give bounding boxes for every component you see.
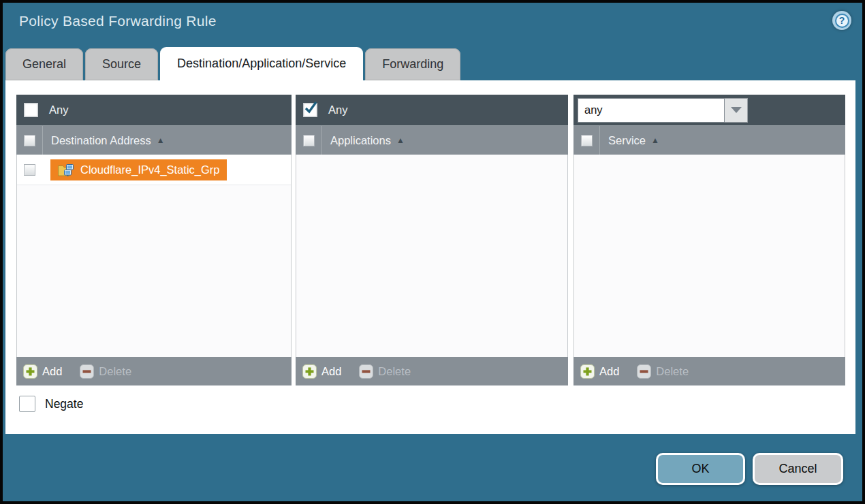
destination-footer: Add Delete [16, 357, 292, 385]
applications-delete-button[interactable]: Delete [359, 364, 411, 379]
tab-source[interactable]: Source [85, 48, 158, 80]
sort-ascending-icon[interactable]: ▲ [396, 136, 405, 145]
destination-header-row: Destination Address ▲ [16, 125, 292, 155]
negate-checkbox[interactable] [19, 396, 35, 412]
delete-minus-icon [637, 364, 651, 379]
destination-column-header: Destination Address [51, 134, 151, 147]
service-add-button[interactable]: Add [580, 364, 619, 379]
destination-any-bar: Any [16, 95, 292, 125]
service-select-all-checkbox[interactable] [581, 135, 593, 146]
service-dropdown-button[interactable] [725, 98, 748, 123]
add-plus-icon [580, 364, 595, 379]
destination-address-item[interactable]: Cloudflare_IPv4_Static_Grp [50, 159, 227, 180]
applications-select-all-cell [296, 126, 322, 155]
service-list-body [573, 155, 845, 357]
cancel-button[interactable]: Cancel [753, 453, 843, 485]
dialog-title: Policy Based Forwarding Rule [19, 13, 217, 29]
applications-any-bar: Any [296, 95, 568, 125]
destination-select-all-checkbox[interactable] [24, 135, 35, 146]
applications-column: Any Applications ▲ [296, 95, 568, 385]
service-column-header: Service [608, 134, 646, 147]
applications-any-label: Any [328, 104, 347, 116]
negate-label: Negate [45, 397, 83, 411]
add-button-label: Add [42, 365, 62, 378]
applications-select-all-checkbox[interactable] [303, 135, 315, 146]
row-checkbox[interactable] [24, 164, 35, 176]
tab-forwarding[interactable]: Forwarding [365, 48, 460, 80]
delete-button-label: Delete [378, 365, 411, 378]
add-button-label: Add [599, 365, 619, 378]
address-group-icon [57, 162, 75, 177]
delete-button-label: Delete [99, 365, 131, 378]
tab-general[interactable]: General [5, 48, 83, 80]
delete-button-label: Delete [656, 365, 689, 378]
destination-address-name: Cloudflare_IPv4_Static_Grp [80, 163, 220, 176]
checkmark-icon [303, 101, 318, 116]
applications-footer: Add Delete [296, 357, 568, 385]
applications-add-button[interactable]: Add [302, 364, 341, 379]
service-delete-button[interactable]: Delete [637, 364, 689, 379]
help-icon[interactable]: ? [832, 11, 851, 30]
tab-bar: General Source Destination/Application/S… [5, 47, 462, 80]
service-footer: Add Delete [573, 357, 845, 385]
destination-any-label: Any [49, 104, 68, 116]
delete-minus-icon [80, 364, 94, 379]
destination-list-body: Cloudflare_IPv4_Static_Grp [16, 155, 292, 357]
ok-button[interactable]: OK [656, 453, 745, 485]
content-panel: Any Destination Address ▲ [5, 80, 855, 434]
applications-column-header: Applications [330, 134, 391, 147]
table-row[interactable]: Cloudflare_IPv4_Static_Grp [17, 155, 291, 185]
service-header-row: Service ▲ [573, 125, 845, 155]
columns-container: Any Destination Address ▲ [16, 95, 845, 385]
sort-ascending-icon[interactable]: ▲ [651, 136, 659, 145]
applications-list-body [296, 155, 568, 357]
destination-add-button[interactable]: Add [23, 364, 62, 379]
service-dropdown-bar: any [573, 95, 845, 125]
negate-option: Negate [19, 396, 83, 412]
service-dropdown: any [578, 98, 748, 123]
question-mark-glyph: ? [835, 14, 849, 28]
service-dropdown-value[interactable]: any [578, 98, 725, 123]
chevron-down-icon [731, 107, 742, 113]
policy-based-forwarding-dialog: Policy Based Forwarding Rule ? General S… [0, 0, 865, 504]
delete-minus-icon [359, 364, 373, 379]
add-plus-icon [23, 364, 37, 379]
sort-ascending-icon[interactable]: ▲ [157, 136, 165, 145]
tab-destination-application-service[interactable]: Destination/Application/Service [160, 47, 363, 80]
destination-address-column: Any Destination Address ▲ [16, 95, 292, 385]
applications-header-row: Applications ▲ [296, 125, 568, 155]
add-plus-icon [302, 364, 317, 379]
service-column: any Service ▲ [573, 95, 845, 385]
add-button-label: Add [321, 365, 341, 378]
destination-select-all-cell [16, 126, 43, 155]
service-select-all-cell [573, 126, 600, 155]
destination-delete-button[interactable]: Delete [80, 364, 131, 379]
applications-any-checkbox[interactable] [303, 103, 317, 117]
destination-any-checkbox[interactable] [24, 103, 38, 117]
